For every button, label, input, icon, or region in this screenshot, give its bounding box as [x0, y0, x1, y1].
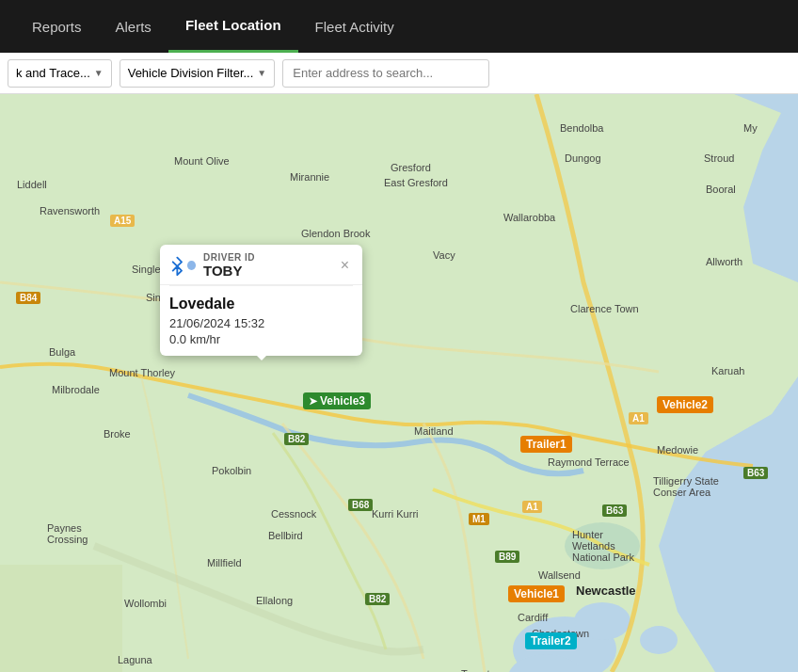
svg-point-3: [574, 602, 630, 640]
track-trace-filter[interactable]: k and Trace... ▼: [8, 59, 112, 88]
trailer1-label[interactable]: Trailer1: [520, 436, 572, 453]
nav-reports[interactable]: Reports: [15, 0, 99, 53]
nav-fleet-location[interactable]: Fleet Location: [168, 0, 298, 53]
trailer2-label[interactable]: Trailer2: [525, 632, 577, 649]
bluetooth-icon: [169, 252, 196, 279]
track-trace-chevron: ▼: [94, 68, 104, 78]
nav-fleet-activity[interactable]: Fleet Activity: [298, 0, 411, 53]
popup-driver-id-label: DRIVER ID: [203, 252, 255, 263]
vehicle1-name: Vehicle1: [514, 587, 559, 600]
vehicle1-label[interactable]: Vehicle1: [508, 585, 565, 602]
popup-location: Lovedale: [169, 296, 353, 312]
popup-datetime: 21/06/2024 15:32: [169, 316, 353, 330]
vehicle2-name: Vehicle2: [662, 398, 708, 411]
address-search-input[interactable]: [282, 59, 489, 88]
vehicle-division-filter[interactable]: Vehicle Division Filter... ▼: [120, 59, 276, 88]
popup-header: DRIVER ID TOBY ×: [160, 245, 362, 285]
map-svg: [0, 94, 798, 672]
vehicle3-label[interactable]: ➤ Vehicle3: [303, 392, 371, 409]
nav-alerts[interactable]: Alerts: [99, 0, 168, 53]
navbar: Reports Alerts Fleet Location Fleet Acti…: [0, 0, 798, 53]
popup-speed: 0.0 km/hr: [169, 332, 353, 346]
popup-driver-section: DRIVER ID TOBY: [203, 252, 255, 279]
popup-driver-name: TOBY: [203, 263, 255, 279]
popup-header-left: DRIVER ID TOBY: [169, 252, 255, 279]
vehicle-popup: DRIVER ID TOBY × Lovedale 21/06/2024 15:…: [160, 245, 362, 356]
svg-point-5: [640, 626, 678, 654]
svg-rect-6: [0, 565, 122, 672]
filterbar: k and Trace... ▼ Vehicle Division Filter…: [0, 53, 798, 94]
vehicle2-label[interactable]: Vehicle2: [657, 396, 713, 413]
track-trace-label: k and Trace...: [16, 66, 90, 80]
popup-close-button[interactable]: ×: [337, 256, 353, 275]
vehicle3-arrow: ➤: [309, 395, 317, 408]
vehicle3-name: Vehicle3: [320, 394, 365, 408]
trailer2-name: Trailer2: [531, 634, 571, 648]
trailer1-name: Trailer1: [526, 438, 567, 451]
vehicle-division-chevron: ▼: [257, 68, 266, 78]
popup-body: Lovedale 21/06/2024 15:32 0.0 km/hr: [160, 286, 362, 356]
map-container[interactable]: Bendolba Dungog Stroud Booral Wallarobba…: [0, 94, 798, 672]
vehicle-division-label: Vehicle Division Filter...: [128, 66, 254, 80]
